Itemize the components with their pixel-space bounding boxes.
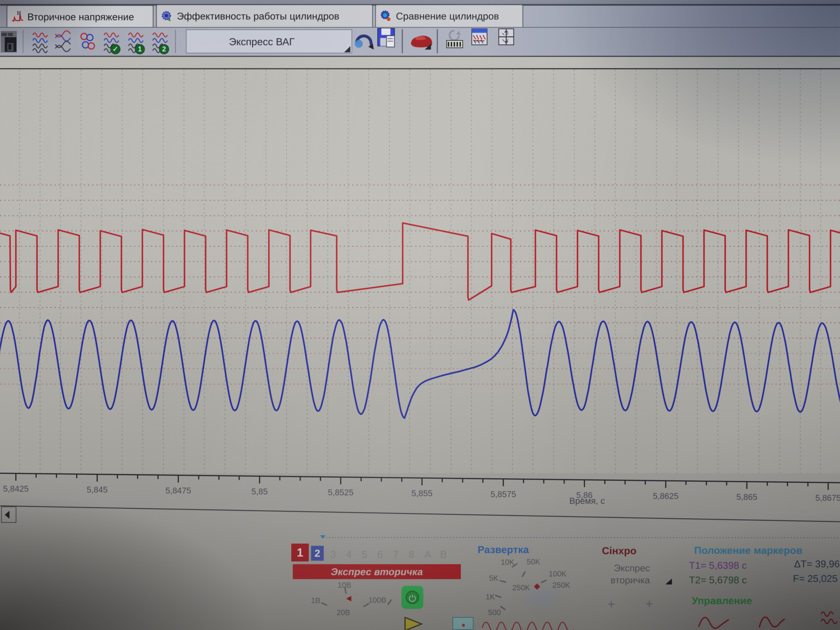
svg-text:5,8625: 5,8625 [653,491,679,501]
svg-text:5,8525: 5,8525 [328,488,354,497]
svg-text:Экспресс ВАГ: Экспресс ВАГ [229,36,295,47]
svg-text:5,8575: 5,8575 [491,489,516,499]
svg-text:✓: ✓ [112,45,118,53]
svg-text:5,8675: 5,8675 [815,493,840,502]
svg-text:5,865: 5,865 [736,492,757,502]
svg-text:5,845: 5,845 [87,485,107,494]
svg-text:5,85: 5,85 [251,487,268,496]
svg-text:1: 1 [138,45,142,53]
svg-text:Время, с: Время, с [569,496,605,506]
svg-text:5,8425: 5,8425 [3,484,29,493]
svg-text:5,855: 5,855 [411,488,433,498]
svg-text:2: 2 [162,45,166,53]
svg-text:5,8475: 5,8475 [166,486,191,495]
